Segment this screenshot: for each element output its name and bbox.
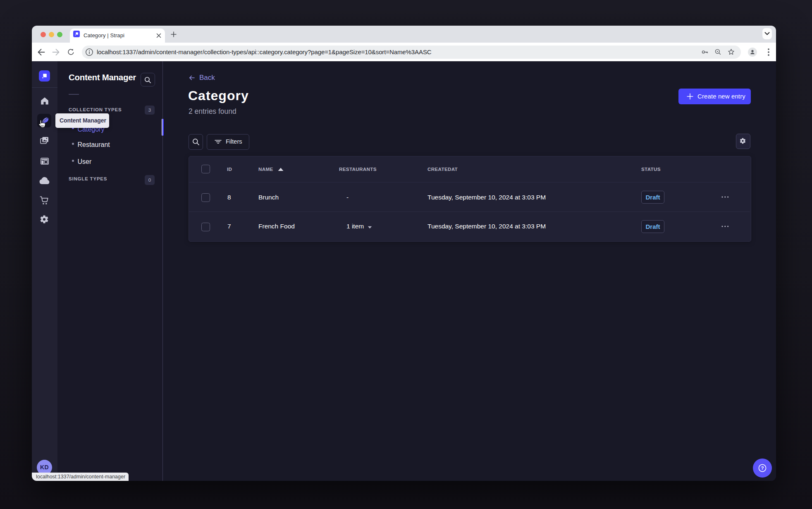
svg-text:?: ? [761, 466, 764, 471]
